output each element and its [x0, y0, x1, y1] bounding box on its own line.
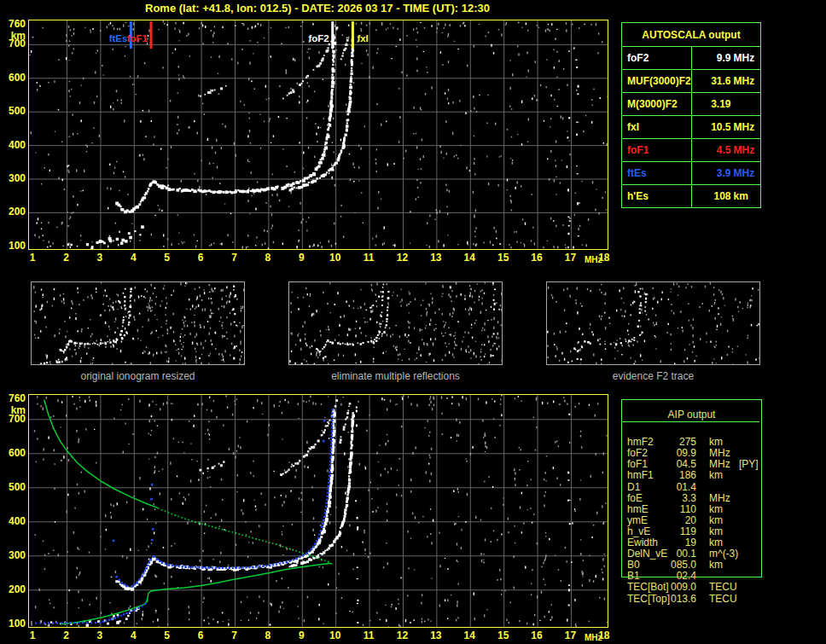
- noise-dot: [443, 321, 444, 322]
- trace-profile_top_dotted: [236, 532, 237, 534]
- noise-dot: [428, 404, 429, 407]
- noise-dot: [369, 318, 370, 321]
- noise-dot: [178, 78, 179, 80]
- noise-dot: [361, 332, 362, 334]
- noise-dot: [90, 31, 91, 32]
- noise-dot: [201, 363, 201, 365]
- noise-dot: [521, 27, 522, 28]
- noise-dot: [599, 597, 600, 599]
- noise-dot: [328, 583, 329, 586]
- trace-f_o: [317, 165, 320, 167]
- noise-dot: [740, 301, 741, 304]
- trace-profile_top_dotted: [302, 553, 304, 554]
- param-value: 10.5: [692, 121, 731, 133]
- x-axis-label-7: 7: [224, 252, 243, 264]
- trace-fit_f: [195, 566, 196, 568]
- noise-dot: [357, 526, 358, 529]
- noise-dot: [136, 94, 137, 95]
- noise-dot: [70, 247, 71, 248]
- noise-dot: [421, 305, 422, 306]
- noise-dot: [448, 327, 449, 328]
- noise-dot: [79, 347, 79, 349]
- noise-dot: [592, 105, 593, 106]
- param-unit: MHz: [734, 52, 758, 64]
- noise-dot: [309, 400, 310, 402]
- trace-fit_f: [119, 579, 120, 581]
- noise-dot: [620, 309, 621, 310]
- noise-dot: [532, 570, 532, 571]
- noise-dot: [376, 305, 377, 307]
- noise-dot: [480, 312, 481, 314]
- noise-dot: [226, 287, 227, 289]
- noise-dot: [289, 462, 290, 464]
- trace-f_o: [102, 343, 104, 345]
- noise-dot: [397, 403, 398, 404]
- noise-dot: [583, 576, 584, 577]
- trace-f_o: [328, 127, 329, 129]
- noise-dot: [305, 221, 306, 222]
- noise-dot: [484, 322, 485, 325]
- noise-dot: [214, 287, 215, 289]
- noise-dot: [148, 559, 149, 560]
- trace-fit_rise: [120, 615, 122, 617]
- trace-f_o: [332, 80, 334, 83]
- panel-caption: evidence F2 trace: [546, 370, 760, 382]
- noise-dot: [53, 415, 54, 417]
- trace-f_o: [629, 339, 631, 341]
- trace-f_o: [631, 339, 633, 340]
- noise-dot: [234, 335, 235, 338]
- noise-dot: [521, 531, 522, 533]
- noise-dot: [74, 508, 75, 509]
- noise-dot: [113, 240, 113, 241]
- noise-dot: [236, 299, 237, 300]
- noise-dot: [117, 100, 118, 102]
- trace-fit_f: [329, 464, 331, 466]
- noise-dot: [376, 322, 377, 324]
- trace-profile_top_dotted: [328, 561, 329, 563]
- noise-dot: [519, 469, 520, 471]
- noise-dot: [451, 300, 451, 302]
- noise-dot: [191, 459, 192, 460]
- noise-dot: [395, 404, 396, 405]
- noise-dot: [267, 434, 268, 437]
- noise-dot: [715, 299, 716, 301]
- noise-dot: [294, 59, 295, 61]
- trace-f_o: [230, 191, 233, 194]
- noise-dot: [265, 504, 265, 506]
- aip-param-value: 01.4: [645, 482, 696, 493]
- noise-dot: [322, 430, 323, 432]
- noise-dot: [558, 89, 559, 90]
- noise-dot: [235, 294, 236, 297]
- noise-dot: [36, 461, 37, 463]
- noise-dot: [471, 328, 472, 328]
- noise-dot: [312, 23, 313, 25]
- noise-dot: [158, 626, 159, 627]
- aip-param-value: 085.0: [645, 560, 696, 571]
- trace-f_o: [266, 187, 270, 190]
- trace-f_o: [320, 536, 323, 538]
- noise-dot: [307, 293, 308, 295]
- noise-dot: [110, 345, 111, 348]
- noise-dot: [414, 107, 415, 109]
- noise-dot: [566, 22, 567, 25]
- noise-dot: [559, 360, 560, 362]
- param-value-cell: 4.5MHz: [691, 139, 761, 162]
- noise-dot: [348, 328, 349, 331]
- trace-so_c: [347, 410, 349, 412]
- noise-dot: [241, 326, 242, 328]
- trace-f_x: [350, 461, 352, 464]
- noise-dot: [366, 430, 367, 432]
- trace-f_o: [363, 342, 364, 344]
- trace-f_x: [296, 562, 298, 564]
- noise-dot: [457, 600, 457, 603]
- noise-dot: [718, 307, 718, 309]
- noise-dot: [358, 145, 359, 147]
- noise-dot: [514, 468, 515, 471]
- trace-f_o: [227, 191, 230, 194]
- noise-dot: [119, 301, 120, 304]
- noise-dot: [357, 603, 358, 604]
- noise-dot: [327, 124, 328, 125]
- noise-dot: [207, 138, 208, 141]
- noise-dot: [105, 289, 106, 291]
- noise-dot: [133, 23, 134, 26]
